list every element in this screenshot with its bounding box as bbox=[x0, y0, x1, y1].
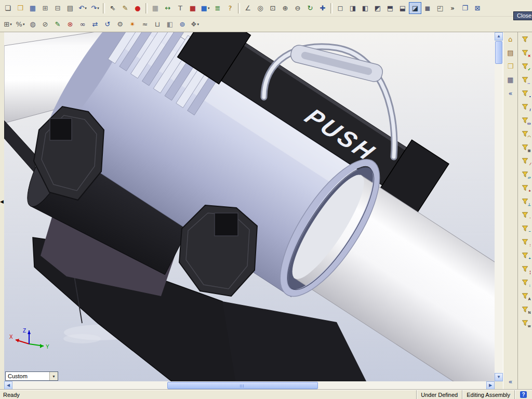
filter-vertices-button[interactable]: • bbox=[519, 87, 531, 99]
filter-sketch-segments-button[interactable]: ~ bbox=[519, 222, 531, 234]
record-macro-button[interactable]: ● bbox=[131, 2, 144, 14]
view-left-button[interactable]: ◧ bbox=[359, 2, 371, 14]
make-assembly-from-part-button[interactable]: ⊟ bbox=[51, 2, 64, 14]
note-icon: T bbox=[178, 5, 182, 11]
invert-selection-button[interactable]: ↔ bbox=[519, 73, 531, 86]
vertical-scroll-thumb[interactable] bbox=[495, 41, 502, 64]
hide-show-components-button[interactable]: ◍ bbox=[26, 18, 39, 30]
view-palette-tab[interactable]: ▦ bbox=[504, 73, 517, 86]
collapse-task-pane-button[interactable]: « bbox=[504, 87, 517, 99]
smartmates-button[interactable]: %▾ bbox=[14, 18, 26, 30]
change-suppression-button[interactable]: ⊘ bbox=[39, 18, 51, 30]
new-document-button[interactable]: ❏ bbox=[2, 2, 14, 14]
filter-center-marks-button[interactable]: + bbox=[519, 249, 531, 261]
edit-color-button[interactable]: ■ bbox=[187, 2, 199, 14]
filter-dimensions-button[interactable]: ↕ bbox=[519, 276, 531, 288]
filter-centerlines-button[interactable]: ¦ bbox=[519, 262, 531, 275]
shaded-view-button[interactable]: ◼ bbox=[421, 2, 434, 14]
filter-coordinate-systems-button[interactable]: ⊥ bbox=[519, 195, 531, 207]
save-button[interactable]: ▦ bbox=[26, 2, 39, 14]
horizontal-scrollbar[interactable]: ◀ ▶ bbox=[4, 381, 495, 390]
assembly-transparency-button[interactable]: ◧ bbox=[164, 18, 176, 30]
view-back-button[interactable]: ◨ bbox=[347, 2, 359, 14]
note-button[interactable]: T bbox=[174, 2, 187, 14]
clear-all-filters-button[interactable]: ✕ bbox=[519, 46, 531, 59]
exploded-view-button[interactable]: ✴ bbox=[126, 18, 139, 30]
vertical-scrollbar[interactable]: ▲ ▼ bbox=[495, 32, 503, 381]
help-button[interactable]: ? bbox=[224, 2, 236, 14]
cad-scene[interactable]: PUSH bbox=[4, 32, 495, 381]
more-buttons-overflow[interactable]: » bbox=[446, 2, 459, 14]
file-explorer-tab[interactable]: ❒ bbox=[504, 60, 517, 72]
mate-button[interactable]: ∞ bbox=[76, 18, 89, 30]
no-external-references-button[interactable]: ⊗ bbox=[64, 18, 76, 30]
graphics-area[interactable]: PUSH bbox=[4, 32, 495, 381]
rotate-component-button[interactable]: ↺ bbox=[101, 18, 114, 30]
redo-button[interactable]: ↷▾ bbox=[89, 2, 101, 14]
filter-midpoints-button[interactable]: : bbox=[519, 235, 531, 248]
make-drawing-from-part-button[interactable]: ⊞ bbox=[39, 2, 51, 14]
zoom-in-button[interactable]: ⊕ bbox=[279, 2, 291, 14]
undo-button[interactable]: ↶▾ bbox=[76, 2, 89, 14]
horizontal-scroll-thumb[interactable] bbox=[167, 382, 318, 389]
combo-dropdown-button[interactable]: ▼ bbox=[49, 372, 58, 380]
filter-origins-button[interactable]: + bbox=[519, 181, 531, 194]
edit-component-button[interactable]: ✎ bbox=[51, 18, 64, 30]
zoom-out-button[interactable]: ⊖ bbox=[291, 2, 304, 14]
view-isometric-button[interactable]: ◪ bbox=[409, 2, 421, 14]
sketch-button[interactable]: ✎ bbox=[119, 2, 131, 14]
filter-sketch-points-button[interactable]: ∙ bbox=[519, 208, 531, 221]
filter-sketch-points-icon bbox=[522, 211, 528, 218]
view-top-button[interactable]: ⬒ bbox=[384, 2, 396, 14]
view-front-button[interactable]: ◻ bbox=[334, 2, 347, 14]
configuration-combo[interactable]: Custom ▼ bbox=[5, 371, 58, 381]
toolbar-options-button[interactable]: ❖▾ bbox=[189, 18, 201, 30]
close-window-button[interactable]: ⊠ bbox=[471, 2, 484, 14]
scroll-up-button[interactable]: ▲ bbox=[495, 32, 503, 41]
scroll-left-button[interactable]: ◀ bbox=[4, 381, 12, 390]
select-tool-button[interactable]: ⇖ bbox=[107, 2, 119, 14]
interference-detection-button[interactable]: ⊔ bbox=[151, 18, 164, 30]
filter-axes-button[interactable]: ∕ bbox=[519, 154, 531, 167]
design-table-button[interactable]: ≣ bbox=[211, 2, 224, 14]
zoom-to-fit-button[interactable]: ◎ bbox=[254, 2, 267, 14]
status-help-button[interactable]: ? bbox=[514, 390, 532, 399]
filter-surface-bodies-button[interactable]: ◠ bbox=[519, 127, 531, 140]
section-view-button[interactable]: ◰ bbox=[434, 2, 446, 14]
zoom-to-area-button[interactable]: ⊡ bbox=[267, 2, 279, 14]
solidworks-resources-tab[interactable]: ⌂ bbox=[504, 33, 517, 45]
filter-notes-icon bbox=[522, 306, 528, 313]
scroll-down-button[interactable]: ▼ bbox=[495, 373, 503, 381]
view-bottom-button[interactable]: ⬓ bbox=[396, 2, 409, 14]
collapse-lower-pane-button[interactable]: « bbox=[504, 375, 517, 388]
grid-button[interactable]: ▦ bbox=[149, 2, 162, 14]
scroll-right-button[interactable]: ▶ bbox=[486, 381, 495, 390]
filter-faces-button[interactable]: ▭ bbox=[519, 114, 531, 126]
select-all-filters-button[interactable]: ✓ bbox=[519, 60, 531, 72]
toggle-selection-filters-button[interactable] bbox=[519, 33, 531, 45]
open-document-button[interactable]: ❒ bbox=[14, 2, 26, 14]
move-component-button[interactable]: ⇄ bbox=[89, 18, 101, 30]
filter-solid-bodies-button[interactable]: ◼ bbox=[519, 141, 531, 153]
rotate-view-button[interactable]: ↻ bbox=[304, 2, 316, 14]
explode-line-sketch-button[interactable]: ≈ bbox=[139, 18, 151, 30]
line-color-button[interactable]: ■▾ bbox=[199, 2, 211, 14]
filter-weld-beads-button[interactable]: w bbox=[519, 316, 531, 329]
design-table-icon: ≣ bbox=[215, 5, 221, 11]
filter-notes-button[interactable]: N bbox=[519, 303, 531, 315]
dimension-button[interactable]: ↔ bbox=[162, 2, 174, 14]
insert-components-button[interactable]: ⊞▾ bbox=[2, 18, 14, 30]
hyperlink-button[interactable]: ⊚ bbox=[176, 18, 189, 30]
print-button[interactable]: ▤ bbox=[64, 2, 76, 14]
design-library-tab[interactable]: ▤ bbox=[504, 46, 517, 59]
filter-planes-button[interactable]: ▱ bbox=[519, 168, 531, 180]
new-window-button[interactable]: ❐ bbox=[459, 2, 471, 14]
pan-button[interactable]: ✚ bbox=[316, 2, 329, 14]
filter-badge: ∕ bbox=[530, 162, 530, 166]
measure-button[interactable]: ∠ bbox=[242, 2, 254, 14]
filter-edges-button[interactable]: / bbox=[519, 100, 531, 113]
featuremanager-splitter-arrow[interactable]: ◀ bbox=[0, 200, 4, 204]
view-right-button[interactable]: ◩ bbox=[371, 2, 384, 14]
smart-fasteners-button[interactable]: ⚙ bbox=[114, 18, 126, 30]
filter-annotations-button[interactable]: A bbox=[519, 289, 531, 302]
